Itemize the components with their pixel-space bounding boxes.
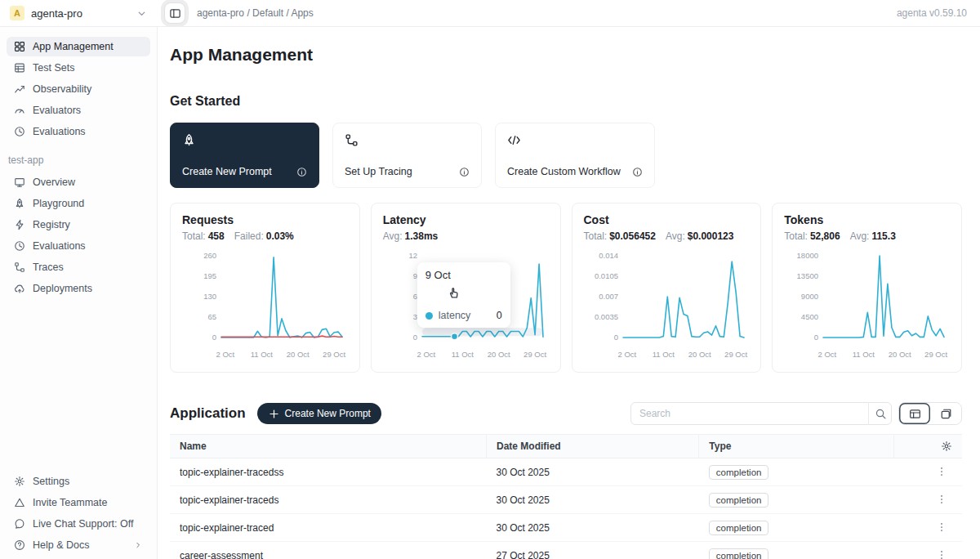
chart-stats: Total:458Failed:0.03% [182,230,348,242]
sidebar-item-invite-teammate[interactable]: Invite Teammate [7,493,150,512]
info-icon[interactable] [285,167,307,177]
card-create-new-prompt[interactable]: Create New Prompt [170,123,319,188]
sidebar-item-test-sets[interactable]: Test Sets [7,58,150,78]
table-row-topic-explainer-tracedss[interactable]: topic-explainer-tracedss30 Oct 2025compl… [170,458,962,486]
svg-text:130: 130 [203,292,216,301]
chart-stats: Total:$0.056452Avg:$0.000123 [584,230,750,242]
card-create-custom-workflow[interactable]: Create Custom Workflow [495,123,655,188]
svg-text:29 Oct: 29 Oct [523,350,546,359]
chart-plot: 2601951306502 Oct11 Oct20 Oct29 Oct [182,246,346,365]
workspace-switcher[interactable]: A agenta-pro [0,6,158,20]
chart-title: Latency [383,213,549,226]
card-label: Create New Prompt [182,166,272,177]
svg-text:29 Oct: 29 Oct [924,350,947,359]
row-menu-button[interactable] [931,548,952,559]
table-row-career-assessment[interactable]: career-assessment27 Oct 2025completion [170,542,962,559]
app-name: topic-explainer-tracedss [170,458,487,486]
svg-text:2 Oct: 2 Oct [216,350,235,359]
sidebar-item-registry[interactable]: Registry [7,215,150,235]
svg-text:20 Oct: 20 Oct [688,350,710,359]
create-new-prompt-button[interactable]: Create New Prompt [257,403,381,424]
sidebar-item-app-management[interactable]: App Management [7,37,150,56]
search-box [630,402,892,425]
sidebar-item-label: Settings [33,476,69,487]
chart-stat: Avg:$0.000123 [666,230,734,242]
version-label: agenta v0.59.10 [897,7,967,19]
card-view-button[interactable] [930,403,961,424]
svg-text:0: 0 [412,333,416,342]
sidebar-item-label: Evaluators [33,105,81,116]
gear-icon [14,476,25,487]
chart-stat: Avg:1.38ms [383,230,439,242]
sidebar-item-traces[interactable]: Traces [7,257,150,277]
chart-card-latency: Latency Avg:1.38ms 1296302 Oct11 Oct20 O… [371,203,561,373]
svg-text:0: 0 [212,333,216,342]
card-set-up-tracing[interactable]: Set Up Tracing [332,123,482,188]
svg-text:260: 260 [203,251,216,260]
search-icon[interactable] [868,402,892,425]
sidebar-item-deployments[interactable]: Deployments [7,279,150,298]
tooltip-series-row: latency0 [425,310,502,321]
table-view-button[interactable] [899,403,930,424]
card-label: Create Custom Workflow [507,166,621,177]
sidebar-item-label: Evaluations [33,240,86,252]
chart-stats: Total:52,806Avg:115.3 [784,230,950,242]
gauge-icon [14,105,25,116]
monitor-icon [14,177,25,188]
svg-text:3: 3 [412,312,416,321]
sidebar-item-help-docs[interactable]: Help & Docs [7,535,150,555]
project-label: test-app [8,154,149,166]
info-icon[interactable] [448,167,470,177]
test-sets-icon [14,62,25,74]
breadcrumb: agenta-pro / Default / Apps [197,7,314,19]
table-row-topic-explainer-traceds[interactable]: topic-explainer-traceds30 Oct 2025comple… [170,486,962,514]
type-badge: completion [709,465,769,480]
app-date-modified: 30 Oct 2025 [487,514,699,542]
svg-text:20 Oct: 20 Oct [487,350,510,359]
tooltip-date: 9 Oct [425,269,502,281]
sidebar-item-label: Invite Teammate [33,497,107,508]
table-row-topic-explainer-traced[interactable]: topic-explainer-traced30 Oct 2025complet… [170,514,962,542]
tooltip-value: 0 [497,310,502,321]
sidebar-item-evaluations[interactable]: Evaluations [7,236,150,256]
sidebar-item-evaluations[interactable]: Evaluations [7,122,150,141]
sidebar-item-label: Observability [33,83,91,95]
gear-icon[interactable] [941,440,952,452]
svg-text:13500: 13500 [797,271,818,280]
info-icon[interactable] [621,167,643,177]
sidebar-project-nav: Overview Playground Registry Evaluations… [7,172,150,300]
sidebar-item-settings[interactable]: Settings [7,472,150,491]
svg-text:20 Oct: 20 Oct [287,350,310,359]
sidebar-item-evaluators[interactable]: Evaluators [7,101,150,120]
app-root: A agenta-pro agenta-pro / Default / Apps… [0,0,980,559]
chart-card-cost: Cost Total:$0.056452Avg:$0.000123 0.0140… [572,203,762,373]
sidebar-item-live-chat-support-off[interactable]: Live Chat Support: Off [7,514,150,534]
sidebar-item-label: Help & Docs [33,539,89,551]
panel-icon [169,7,181,20]
app-name: topic-explainer-traceds [170,486,487,514]
chart-plot: 0.0140.01050.0070.003502 Oct11 Oct20 Oct… [584,246,748,365]
row-menu-button[interactable] [931,492,952,508]
traces-icon [14,262,25,273]
type-badge: completion [709,493,769,508]
search-input[interactable] [630,402,892,425]
chat-icon [14,518,25,530]
svg-text:11 Oct: 11 Oct [652,350,675,359]
svg-text:4500: 4500 [801,312,818,321]
sidebar-main-nav: App Management Test Sets Observability E… [7,37,150,143]
app-date-modified: 27 Oct 2025 [487,542,699,559]
sidebar-item-label: Test Sets [33,62,74,74]
svg-text:11 Oct: 11 Oct [853,350,875,359]
row-menu-button[interactable] [931,520,952,536]
column-header-date-modified: Date Modified [487,435,699,458]
sidebar-item-overview[interactable]: Overview [7,172,150,192]
sidebar-collapse-button[interactable] [164,2,185,24]
sidebar-item-playground[interactable]: Playground [7,194,150,213]
main-content: App Management Get Started Create New Pr… [158,27,980,559]
chart-stats: Avg:1.38ms [383,230,549,242]
app-date-modified: 30 Oct 2025 [487,486,699,514]
sidebar-item-observability[interactable]: Observability [7,79,150,99]
page-title: App Management [170,45,962,65]
row-menu-button[interactable] [931,464,952,481]
sidebar-item-label: Registry [33,219,70,230]
